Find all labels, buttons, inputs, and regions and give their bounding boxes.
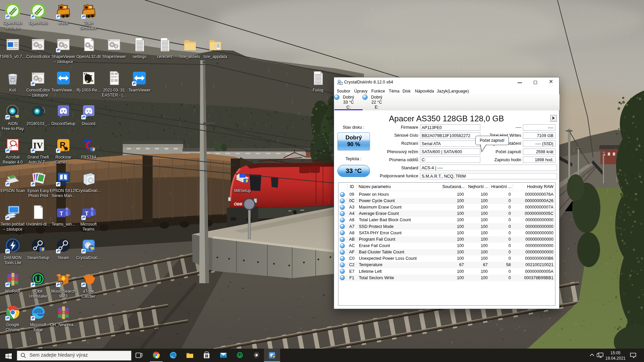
svg-text:T: T — [60, 210, 63, 217]
